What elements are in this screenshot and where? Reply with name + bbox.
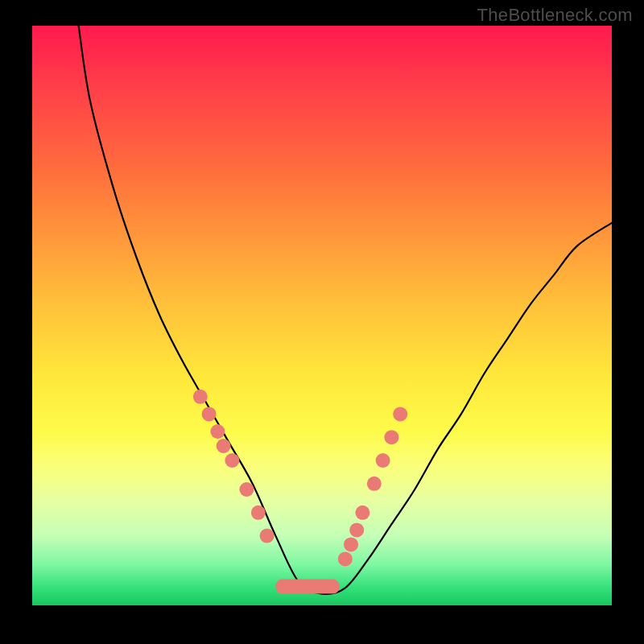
marker-dot — [193, 390, 208, 404]
marker-dot — [251, 506, 266, 520]
marker-dot — [338, 551, 353, 566]
marker-dot — [355, 506, 369, 520]
chart-svg — [32, 26, 612, 605]
marker-dot — [225, 453, 239, 468]
marker-dot — [210, 424, 225, 439]
plot-area — [32, 26, 612, 605]
marker-dot — [393, 407, 407, 421]
bottleneck-curve — [79, 26, 612, 594]
marker-dot — [217, 439, 231, 453]
marker-dot-group — [193, 390, 407, 567]
marker-dot — [376, 453, 390, 468]
chart-frame: TheBottleneck.com — [0, 0, 644, 644]
marker-dot — [202, 407, 217, 421]
watermark-text: TheBottleneck.com — [477, 5, 633, 26]
marker-dot — [349, 522, 364, 537]
marker-dot — [384, 430, 398, 444]
trough-marker-band — [275, 580, 339, 594]
marker-dot — [260, 529, 275, 543]
marker-dot — [239, 482, 254, 497]
marker-dot — [344, 537, 358, 551]
marker-dot — [367, 477, 382, 491]
